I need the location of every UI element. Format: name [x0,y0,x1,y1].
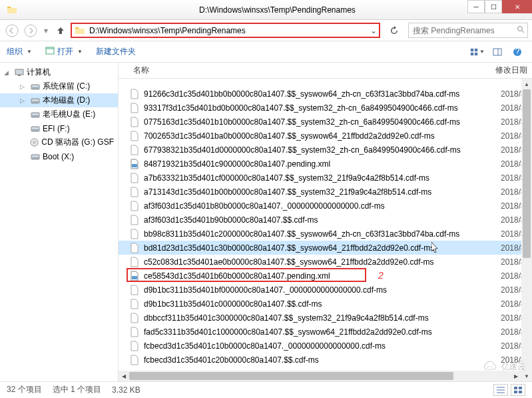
tree-computer[interactable]: ◢ 计算机 [0,65,118,79]
minimize-button[interactable]: ─ [467,0,485,13]
scroll-track[interactable] [521,89,532,371]
tree-drive-item[interactable]: ▷系统保留 (C:) [0,79,118,93]
file-row[interactable]: af3f603d1c35d401b90b0000c80a1407.$$.cdf-… [119,213,532,227]
address-input[interactable] [88,26,368,35]
forward-button[interactable] [23,23,39,39]
maximize-button[interactable]: ☐ [485,0,502,13]
svg-rect-14 [18,75,21,76]
drive-icon [31,110,40,119]
close-button[interactable]: ✕ [502,0,532,13]
scroll-track[interactable] [129,371,511,381]
file-icon [129,313,140,323]
tree-item-label: 系统保留 (C:) [43,81,90,92]
horizontal-scrollbar[interactable]: ◀ ▶ [119,371,521,381]
scroll-up-icon[interactable]: ▲ [521,79,532,89]
file-name: 677938321b35d401d0000000c80a1407.$$_syst… [144,145,497,155]
folder-icon [7,5,17,15]
history-dropdown[interactable]: ▾ [41,23,51,39]
organize-menu[interactable]: 组织 ▼ [7,46,32,57]
svg-point-36 [487,366,489,367]
column-header-name[interactable]: 名称 [119,65,491,76]
file-row[interactable]: a7b633321b35d401cf000000c80a1407.$$_syst… [119,171,532,185]
address-bar[interactable]: ⌄ [71,23,380,38]
back-button[interactable] [4,23,20,39]
file-name: 93317f3d1c35d401bd0b0000c80a1407.$$_syst… [144,103,497,113]
search-input[interactable] [413,26,513,35]
file-icon [129,327,140,337]
vertical-scrollbar[interactable]: ▲ ▼ [521,79,532,381]
file-row[interactable]: 848719321b35d401c9000000c80a1407.pending… [119,157,532,171]
tree-drive-item[interactable]: Boot (X:) [0,149,118,163]
file-icon [129,243,140,253]
file-icon [129,355,140,365]
svg-text:?: ? [515,47,520,56]
expand-icon[interactable]: ▷ [20,97,28,104]
file-icon [129,215,140,225]
file-row[interactable]: dbbccf311b35d401c3000000c80a1407.$$_syst… [119,311,532,325]
tree-drive-item[interactable]: CD 驱动器 (G:) GSF [0,135,118,149]
file-row[interactable]: fcbecd3d1c35d401c20b0000c80a1407.$$.cdf-… [119,353,532,367]
search-icon [517,25,525,35]
file-row[interactable]: fad5c3311b35d401c1000000c80a1407.$$_sysw… [119,325,532,339]
address-dropdown-icon[interactable]: ⌄ [368,26,379,35]
open-menu[interactable]: 打开 ▼ [45,46,83,57]
tree-item-label: CD 驱动器 (G:) GSF [41,137,114,148]
file-row[interactable]: 93317f3d1c35d401bd0b0000c80a1407.$$_syst… [119,101,532,115]
help-button[interactable]: ? [509,45,525,59]
status-view-buttons [493,384,525,396]
scroll-left-icon[interactable]: ◀ [119,371,129,381]
expand-icon[interactable]: ◢ [4,69,12,76]
file-row[interactable]: bb98c8311b35d401c2000000c80a1407.$$_sysw… [119,227,532,241]
status-selected: 选中 1 个项目 [53,384,101,395]
svg-rect-5 [471,48,473,51]
file-row[interactable]: fcbecd3d1c35d401c10b0000c80a1407._000000… [119,339,532,353]
file-name: fcbecd3d1c35d401c10b0000c80a1407._000000… [144,341,497,351]
scroll-thumb[interactable] [129,372,453,380]
expand-icon[interactable]: ▷ [20,83,28,90]
tree-drive-item[interactable]: 老毛桃U盘 (E:) [0,107,118,121]
file-row[interactable]: 91266c3d1c35d401bb0b0000c80a1407.$$_sysw… [119,87,532,101]
file-icon [129,117,140,127]
partial-row [119,79,532,87]
file-row[interactable]: d9b1bc311b35d401bf000000c80a1407._000000… [119,283,532,297]
file-icon [129,201,140,211]
file-row[interactable]: ce58543d1c35d401b60b0000c80a1407.pending… [119,269,532,283]
open-label: 打开 [57,46,73,57]
scroll-thumb[interactable] [523,89,531,258]
preview-pane-button[interactable] [489,45,505,59]
file-name: a713143d1c35d401b00b0000c80a1407.$$_syst… [144,187,497,197]
details-view-button[interactable] [493,384,508,396]
file-name: a7b633321b35d401cf000000c80a1407.$$_syst… [144,173,497,183]
file-name: d9b1bc311b35d401bf000000c80a1407._000000… [144,285,497,295]
svg-rect-34 [514,391,517,393]
file-row[interactable]: bd81d23d1c35d401c30b0000c80a1407.$$_sysw… [119,241,532,255]
tree-drive-item[interactable]: ▷本地磁盘 (D:) [0,93,118,107]
file-row[interactable]: 677938321b35d401d0000000c80a1407.$$_syst… [119,143,532,157]
watermark: 亿速云 [481,360,525,374]
titlebar: D:\Windows\winsxs\Temp\PendingRenames ─ … [0,0,532,20]
svg-rect-9 [493,49,501,55]
refresh-button[interactable] [387,26,401,35]
file-row[interactable]: a713143d1c35d401b00b0000c80a1407.$$_syst… [119,185,532,199]
new-folder-button[interactable]: 新建文件夹 [96,46,136,57]
file-row[interactable]: 0775163d1c35d401b10b0000c80a1407.$$_syst… [119,115,532,129]
file-icon [129,131,140,141]
file-list-body[interactable]: 91266c3d1c35d401bb0b0000c80a1407.$$_sysw… [119,79,532,381]
svg-rect-33 [519,387,522,389]
tree-drive-item[interactable]: EFI (F:) [0,121,118,135]
window-title: D:\Windows\winsxs\Temp\PendingRenames [23,5,532,15]
column-header-modified[interactable]: 修改日期 [491,65,532,76]
file-icon [129,173,140,183]
file-name: bb98c8311b35d401c2000000c80a1407.$$_sysw… [144,229,497,239]
view-options-button[interactable]: ▼ [469,45,485,59]
file-row[interactable]: d9b1bc311b35d401c0000000c80a1407.$$.cdf-… [119,297,532,311]
file-name: 0775163d1c35d401b10b0000c80a1407.$$_syst… [144,117,497,127]
search-box[interactable] [408,23,528,38]
drive-icon [31,96,40,105]
file-icon [129,187,140,197]
thumbnails-view-button[interactable] [511,384,525,396]
up-button[interactable] [53,23,68,38]
file-row[interactable]: c52c083d1c35d401ae0b0000c80a1407.$$_sysw… [119,255,532,269]
file-row[interactable]: af3f603d1c35d401b80b0000c80a1407._000000… [119,199,532,213]
file-row[interactable]: 7002653d1c35d401ba0b0000c80a1407.$$_sysw… [119,129,532,143]
